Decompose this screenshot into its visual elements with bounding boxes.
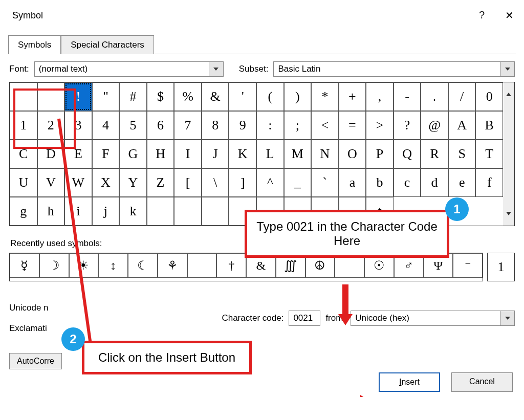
recent-extra-cell[interactable]: 1 — [487, 253, 515, 281]
symbol-cell[interactable]: 8 — [202, 111, 229, 140]
scroll-down-icon[interactable] — [506, 215, 511, 224]
scroll-up-icon[interactable] — [506, 84, 511, 93]
symbol-cell[interactable]: h — [37, 197, 65, 226]
symbol-cell[interactable]: # — [119, 82, 147, 111]
font-value: (normal text) — [35, 64, 209, 74]
symbol-cell[interactable]: N — [311, 140, 339, 168]
symbol-cell[interactable]: _ — [284, 168, 312, 197]
tab-symbols[interactable]: Symbols — [8, 35, 61, 54]
symbol-cell[interactable] — [202, 197, 229, 226]
symbol-cell[interactable]: " — [92, 82, 120, 111]
symbol-cell[interactable]: ; — [284, 111, 312, 140]
symbol-cell[interactable]: * — [311, 82, 339, 111]
symbol-cell[interactable]: = — [339, 111, 366, 140]
annotation-1-box: Type 0021 in the Character Code Here — [245, 210, 449, 258]
window-title: Symbol — [12, 10, 43, 21]
symbol-cell[interactable]: R — [421, 140, 448, 168]
symbol-cell[interactable]: [ — [174, 168, 202, 197]
symbol-cell[interactable]: \ — [202, 168, 229, 197]
recent-cell[interactable]: ☀ — [69, 253, 99, 278]
symbol-cell[interactable]: % — [174, 82, 202, 111]
symbol-cell[interactable]: V — [37, 168, 65, 197]
symbol-cell[interactable]: e — [448, 168, 476, 197]
recent-cell[interactable]: ↕ — [98, 253, 128, 278]
symbol-cell[interactable]: L — [256, 140, 284, 168]
symbol-cell[interactable]: @ — [421, 111, 448, 140]
symbol-cell[interactable]: ] — [229, 168, 256, 197]
symbol-cell[interactable]: b — [366, 168, 394, 197]
symbol-cell[interactable]: K — [229, 140, 256, 168]
symbol-cell[interactable]: ^ — [256, 168, 284, 197]
symbol-cell[interactable]: g — [10, 197, 37, 226]
symbol-cell[interactable]: P — [366, 140, 394, 168]
cancel-button[interactable]: Cancel — [451, 372, 513, 392]
symbol-cell[interactable]: X — [92, 168, 120, 197]
symbol-cell[interactable]: U — [10, 168, 37, 197]
grid-scrollbar[interactable] — [503, 82, 514, 226]
symbol-cell[interactable]: c — [394, 168, 421, 197]
symbol-cell[interactable]: , — [366, 82, 394, 111]
recent-cell[interactable]: ☾ — [128, 253, 158, 278]
symbol-cell[interactable]: ? — [394, 111, 421, 140]
symbol-cell[interactable]: B — [475, 111, 503, 140]
symbol-cell[interactable]: f — [475, 168, 503, 197]
symbol-cell[interactable]: T — [475, 140, 503, 168]
symbol-cell[interactable]: a — [339, 168, 366, 197]
symbol-cell[interactable]: S — [448, 140, 476, 168]
symbol-cell[interactable]: F — [92, 140, 120, 168]
close-icon[interactable]: ✕ — [505, 9, 514, 21]
symbol-cell[interactable]: 7 — [174, 111, 202, 140]
insert-button[interactable]: Insert — [379, 372, 440, 392]
symbol-cell[interactable]: 9 — [229, 111, 256, 140]
symbol-cell[interactable]: 6 — [147, 111, 174, 140]
recent-cell[interactable]: ⚘ — [158, 253, 187, 278]
autocorrect-button[interactable]: AutoCorre — [9, 353, 62, 369]
symbol-cell[interactable]: ) — [284, 82, 312, 111]
symbol-cell[interactable]: $ — [147, 82, 174, 111]
symbol-cell[interactable]: Q — [394, 140, 421, 168]
symbol-cell[interactable] — [147, 197, 174, 226]
chevron-down-icon[interactable] — [209, 62, 223, 76]
symbol-cell[interactable]: Y — [119, 168, 147, 197]
symbol-cell[interactable]: > — [366, 111, 394, 140]
recent-cell[interactable] — [187, 253, 217, 278]
char-code-input[interactable]: 0021 — [289, 311, 320, 326]
symbol-cell[interactable]: O — [339, 140, 366, 168]
symbol-cell[interactable]: G — [119, 140, 147, 168]
symbol-cell[interactable]: 0 — [475, 82, 503, 111]
symbol-cell[interactable]: + — [339, 82, 366, 111]
symbol-cell[interactable]: A — [448, 111, 476, 140]
symbol-grid[interactable]: !"#$%&'()*+,-./0123456789:;<=>?@ABCDEFGH… — [10, 82, 503, 226]
symbol-cell[interactable]: ' — [229, 82, 256, 111]
symbol-cell[interactable]: H — [147, 140, 174, 168]
chevron-down-icon[interactable] — [500, 62, 514, 76]
symbol-cell[interactable]: k — [119, 197, 147, 226]
symbol-cell[interactable]: . — [421, 82, 448, 111]
font-dropdown[interactable]: (normal text) — [34, 61, 224, 77]
symbol-cell[interactable]: 4 — [92, 111, 120, 140]
recent-cell[interactable]: ⁻ — [453, 253, 483, 278]
symbol-cell[interactable]: M — [284, 140, 312, 168]
symbol-cell[interactable]: Z — [147, 168, 174, 197]
symbol-cell[interactable]: - — [394, 82, 421, 111]
symbol-cell[interactable]: : — [256, 111, 284, 140]
symbol-cell[interactable] — [174, 197, 202, 226]
symbol-cell[interactable]: < — [311, 111, 339, 140]
symbol-cell[interactable]: J — [202, 140, 229, 168]
symbol-cell[interactable]: j — [92, 197, 120, 226]
tab-special-characters[interactable]: Special Characters — [61, 35, 154, 54]
help-icon[interactable]: ? — [479, 9, 485, 21]
recent-cell[interactable]: ☿ — [10, 253, 39, 278]
symbol-cell[interactable]: 5 — [119, 111, 147, 140]
recent-cell[interactable]: † — [216, 253, 246, 278]
symbol-cell[interactable]: I — [174, 140, 202, 168]
chevron-down-icon[interactable] — [500, 311, 514, 325]
from-dropdown[interactable]: Unicode (hex) — [351, 311, 515, 326]
recent-cell[interactable]: ☽ — [39, 253, 69, 278]
symbol-cell[interactable]: ( — [256, 82, 284, 111]
symbol-cell[interactable]: d — [421, 168, 448, 197]
subset-dropdown[interactable]: Basic Latin — [273, 61, 515, 77]
symbol-cell[interactable]: & — [202, 82, 229, 111]
symbol-cell[interactable]: ` — [311, 168, 339, 197]
symbol-cell[interactable]: / — [448, 82, 476, 111]
